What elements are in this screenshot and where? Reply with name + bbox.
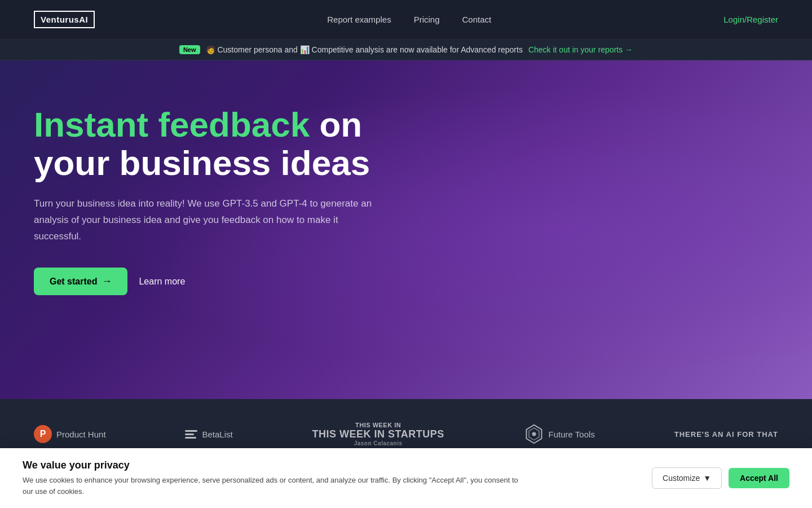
hero-title-green: Instant feedback	[34, 105, 310, 144]
nav-right: Login/Register	[723, 15, 778, 25]
cookie-title: We value your privacy	[23, 459, 530, 471]
partner-betalist: BetaList	[185, 430, 232, 439]
cookie-banner: We value your privacy We use cookies to …	[0, 448, 812, 508]
partner-twis: THIS WEEK IN THIS WEEK IN STARTUPS Jason…	[312, 422, 444, 446]
partner-product-hunt: P Product Hunt	[34, 425, 106, 443]
hero-title-white: your business ideas	[34, 143, 370, 182]
nav-pricing[interactable]: Pricing	[414, 15, 440, 24]
new-badge: New	[179, 45, 200, 54]
twis-sub: Jason Calacanis	[354, 440, 403, 446]
hero-content: Instant feedback on your business ideas …	[34, 106, 440, 295]
get-started-label: Get started	[50, 277, 97, 287]
hero-section: Instant feedback on your business ideas …	[0, 60, 812, 399]
customize-button[interactable]: Customize ▼	[652, 467, 722, 489]
tiai-label: THERE'S AN AI FOR THAT	[674, 430, 778, 439]
logo[interactable]: VenturusAI	[34, 11, 95, 28]
twis-logo: THIS WEEK IN THIS WEEK IN STARTUPS Jason…	[312, 422, 444, 446]
arrow-right-icon: →	[102, 275, 112, 287]
twis-main: THIS WEEK IN STARTUPS	[312, 428, 444, 440]
navbar: VenturusAI Report examples Pricing Conta…	[0, 0, 812, 40]
customize-label: Customize	[663, 474, 700, 483]
login-register-link[interactable]: Login/Register	[723, 15, 778, 24]
betalist-icon	[185, 430, 197, 439]
cookie-body: We use cookies to enhance your browsing …	[23, 475, 530, 497]
future-tools-icon	[524, 424, 544, 444]
nav-contact[interactable]: Contact	[462, 15, 492, 24]
announcement-bar: New 🧑 Customer persona and 📊 Competitive…	[0, 40, 812, 60]
hero-title-on: on	[310, 105, 362, 144]
hero-buttons: Get started → Learn more	[34, 268, 440, 295]
nav-links: Report examples Pricing Contact	[327, 15, 491, 24]
cookie-buttons: Customize ▼ Accept All	[652, 467, 789, 489]
svg-point-2	[532, 432, 536, 436]
chevron-down-icon: ▼	[703, 474, 711, 483]
learn-more-button[interactable]: Learn more	[139, 277, 185, 287]
announcement-text: 🧑 Customer persona and 📊 Competitive ana…	[206, 45, 523, 54]
announcement-link[interactable]: Check it out in your reports →	[528, 45, 633, 54]
hero-subtitle: Turn your business idea into reality! We…	[34, 196, 383, 245]
hero-title: Instant feedback on your business ideas	[34, 106, 440, 182]
nav-report-examples[interactable]: Report examples	[327, 15, 391, 24]
betalist-label: BetaList	[202, 430, 232, 439]
twis-top: THIS WEEK IN	[355, 422, 401, 428]
accept-all-button[interactable]: Accept All	[729, 468, 789, 488]
cookie-text-block: We value your privacy We use cookies to …	[23, 459, 530, 497]
get-started-button[interactable]: Get started →	[34, 268, 127, 295]
partner-future-tools: Future Tools	[524, 424, 595, 444]
partner-tiai: THERE'S AN AI FOR THAT	[674, 430, 778, 439]
future-tools-label: Future Tools	[549, 430, 595, 439]
product-hunt-icon: P	[34, 425, 52, 443]
product-hunt-label: Product Hunt	[56, 430, 106, 439]
